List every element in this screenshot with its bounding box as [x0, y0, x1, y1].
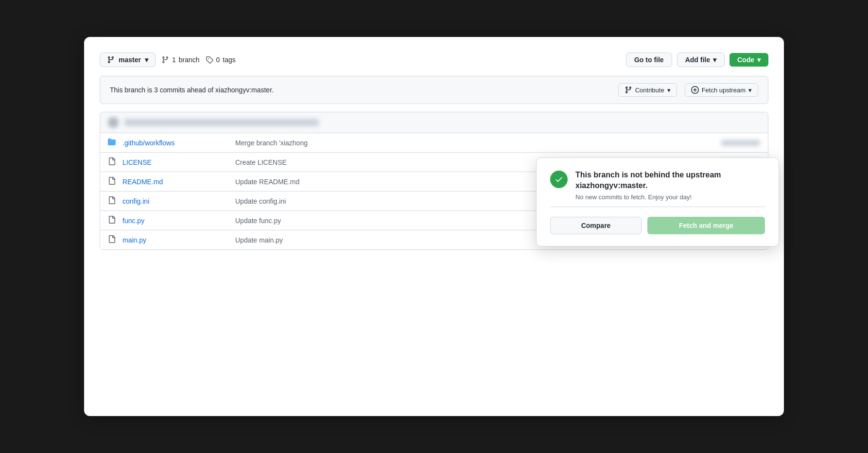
- branch-status-text: This branch is 3 commits ahead of xiazho…: [110, 86, 274, 94]
- go-to-file-button[interactable]: Go to file: [626, 52, 672, 67]
- contribute-chevron: ▾: [667, 87, 671, 94]
- tags-count: 0: [216, 56, 220, 64]
- file-icon: [108, 177, 117, 186]
- popup-title: This branch is not behind the upstream x…: [575, 170, 721, 192]
- compare-button[interactable]: Compare: [550, 217, 642, 234]
- file-table-header: [100, 112, 768, 133]
- fetch-upstream-popup: This branch is not behind the upstream x…: [536, 157, 779, 246]
- add-file-button[interactable]: Add file ▾: [677, 52, 725, 67]
- file-name[interactable]: README.md: [122, 178, 229, 186]
- popup-subtitle: No new commits to fetch. Enjoy your day!: [575, 193, 721, 201]
- branch-selector-label: master: [119, 56, 141, 64]
- file-icon: [108, 216, 117, 225]
- fetch-and-merge-button[interactable]: Fetch and merge: [647, 217, 765, 234]
- file-icon: [108, 235, 117, 244]
- success-check-icon: [550, 171, 568, 188]
- file-name[interactable]: config.ini: [122, 197, 229, 205]
- branch-status-actions: Contribute ▾ Fetch upstream ▾: [618, 83, 758, 97]
- file-name[interactable]: main.py: [122, 236, 229, 244]
- branch-count: 1: [172, 56, 176, 64]
- popup-divider: [550, 207, 765, 207]
- branch-info: 1 branch: [161, 56, 200, 64]
- file-name[interactable]: LICENSE: [122, 158, 229, 166]
- popup-text-container: This branch is not behind the upstream x…: [575, 170, 721, 201]
- avatar: [108, 117, 119, 128]
- toolbar-right: Go to file Add file ▾ Code ▾: [626, 52, 768, 67]
- tags-label: tags: [223, 56, 235, 64]
- main-card: master ▾ 1 branch 0 tags: [84, 37, 784, 416]
- tags-info: 0 tags: [206, 56, 236, 64]
- contribute-button[interactable]: Contribute ▾: [618, 83, 677, 97]
- branch-label: branch: [179, 56, 200, 64]
- branch-icon: [107, 56, 115, 64]
- fetch-upstream-label: Fetch upstream: [702, 87, 746, 94]
- fetch-upstream-icon: [691, 86, 699, 94]
- contribute-label: Contribute: [635, 87, 664, 94]
- popup-header: This branch is not behind the upstream x…: [550, 170, 765, 201]
- popup-actions: Compare Fetch and merge: [550, 217, 765, 234]
- contribute-icon: [625, 86, 632, 94]
- file-commit: Merge branch 'xiazhong: [235, 139, 715, 147]
- fetch-upstream-button[interactable]: Fetch upstream ▾: [685, 83, 758, 97]
- file-icon: [108, 157, 117, 167]
- file-icon: [108, 196, 117, 206]
- tag-icon: [206, 56, 213, 64]
- folder-icon: [108, 138, 117, 147]
- fetch-upstream-chevron: ▾: [748, 87, 752, 94]
- toolbar: master ▾ 1 branch 0 tags: [100, 52, 768, 67]
- toolbar-left: master ▾ 1 branch 0 tags: [100, 52, 236, 67]
- commit-info-blur: [124, 119, 319, 126]
- code-button[interactable]: Code ▾: [729, 53, 768, 67]
- branch-status-bar: This branch is 3 commits ahead of xiazho…: [100, 76, 768, 104]
- branch-count-icon: [161, 56, 169, 64]
- file-time-blur: [721, 140, 760, 146]
- file-name[interactable]: .github/workflows: [122, 139, 229, 147]
- file-name[interactable]: func.py: [122, 217, 229, 225]
- branch-chevron-icon: ▾: [145, 56, 148, 64]
- branch-selector-button[interactable]: master ▾: [100, 52, 156, 67]
- table-row: .github/workflows Merge branch 'xiazhong: [100, 133, 768, 153]
